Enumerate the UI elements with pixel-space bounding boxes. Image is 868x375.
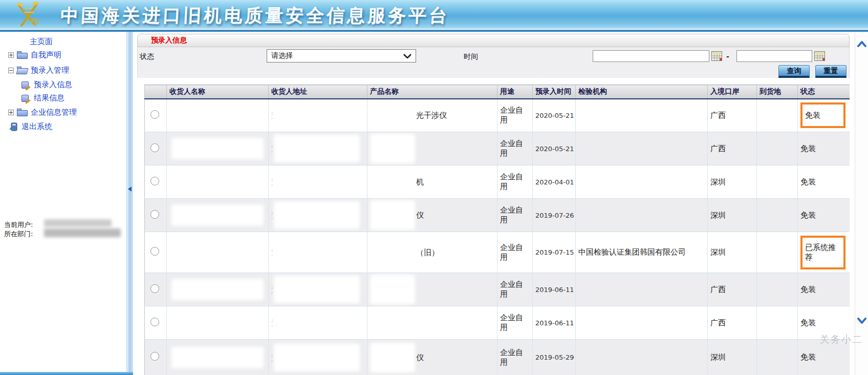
status-badge: 免装 <box>805 111 820 120</box>
row-radio[interactable] <box>150 247 159 256</box>
status-badge: 免装 <box>798 165 850 199</box>
port-cell: 广西 <box>708 273 757 306</box>
blurred-consignee-address <box>274 101 360 129</box>
port-cell: 深圳 <box>708 165 757 199</box>
folder-closed-icon <box>17 51 28 59</box>
blurred-consignee-name <box>171 138 264 159</box>
minus-expander-icon[interactable] <box>8 68 14 73</box>
sidebar-item-preentry-info[interactable]: 预录入信息 <box>21 80 72 90</box>
plus-expander-icon[interactable] <box>8 52 14 58</box>
table-header-row: 收货人名称 收货人地址 产品名称 用途 预录入时间 检验机构 入境口岸 到货地 … <box>145 85 850 99</box>
blurred-product-name <box>370 100 415 130</box>
app-header: 中国海关进口旧机电质量安全信息服务平台 <box>0 0 868 29</box>
current-user-label: 当前用户: <box>4 220 33 230</box>
row-radio[interactable] <box>150 177 159 185</box>
arrival-cell <box>757 273 798 306</box>
preentry-time-cell: 2019-07-26 <box>533 199 576 232</box>
status-badge: 已系统推荐 <box>805 243 841 262</box>
arrival-cell <box>757 99 798 132</box>
date-to-input[interactable] <box>736 50 812 62</box>
query-button[interactable]: 查询 <box>778 65 810 78</box>
col-product-name: 产品名称 <box>367 85 497 99</box>
sidebar-item-exit-system[interactable]: 退出系统 <box>8 122 52 132</box>
sidebar-item-label: 预录入管理 <box>31 66 69 75</box>
row-radio[interactable] <box>150 352 159 361</box>
blurred-consignee-address <box>274 168 360 196</box>
sidebar-item-label: 结果信息 <box>34 93 64 103</box>
doc-edit-icon <box>21 81 31 89</box>
agency-cell <box>576 132 708 165</box>
blurred-consignee-address <box>274 344 360 371</box>
blurred-consignee-name <box>171 312 264 334</box>
blurred-product-name <box>370 238 415 267</box>
col-select <box>145 85 167 99</box>
collapse-arrow-icon[interactable] <box>128 186 132 192</box>
app-title: 中国海关进口旧机电质量安全信息服务平台 <box>60 4 450 28</box>
row-radio[interactable] <box>150 110 159 119</box>
sidebar-item-home[interactable]: 主页面 <box>30 37 53 47</box>
table-row: :. 仪 企业自用 2019-05-29 深圳 免装 <box>145 340 850 375</box>
bottom-frame-bar <box>0 372 133 375</box>
blurred-department <box>44 228 121 237</box>
blurred-product-name <box>370 275 415 304</box>
arrival-cell <box>757 132 798 165</box>
blurred-consignee-name <box>171 204 264 226</box>
usage-cell: 企业自用 <box>497 199 533 232</box>
date-from-input[interactable] <box>593 50 709 62</box>
folder-open-icon <box>17 67 28 74</box>
blurred-product-name <box>370 308 415 338</box>
status-badge: 免装 <box>798 273 850 306</box>
calendar-icon[interactable] <box>711 51 722 61</box>
date-range-separator: - <box>726 52 729 60</box>
col-entry-port: 入境口岸 <box>708 85 757 99</box>
status-label: 状态 <box>140 52 154 61</box>
table-row: :. 光干涉仪 企业自用 2020-05-21 广西 免装 <box>145 99 850 132</box>
plus-expander-icon[interactable] <box>8 110 14 115</box>
preentry-time-cell: 2020-05-21 <box>533 99 576 132</box>
usage-cell: 企业自用 <box>497 232 533 273</box>
sidebar-item-result-info[interactable]: 结果信息 <box>21 93 64 103</box>
panel-title-bar: 预录入信息 <box>137 34 850 47</box>
usage-cell: 企业自用 <box>497 340 533 375</box>
blurred-consignee-name <box>171 171 264 193</box>
row-radio[interactable] <box>150 318 159 326</box>
blurred-consignee-name <box>171 105 264 126</box>
panel-splitter[interactable] <box>126 32 133 372</box>
customs-logo-icon <box>11 1 48 29</box>
sidebar-item-preentry-management[interactable]: 预录入管理 <box>8 66 69 75</box>
scroll-up-icon[interactable] <box>857 41 866 47</box>
port-cell: 广西 <box>708 99 757 132</box>
row-radio[interactable] <box>150 210 159 219</box>
blurred-consignee-name <box>171 242 264 263</box>
sidebar-item-label: 预录入信息 <box>34 80 72 90</box>
preentry-time-cell: 2020-04-01 <box>533 165 576 199</box>
row-radio[interactable] <box>150 284 159 293</box>
agency-cell <box>576 165 708 199</box>
reset-button[interactable]: 重置 <box>815 65 847 78</box>
agency-cell: 中国检验认证集团韩国有限公司 <box>576 232 708 273</box>
blurred-product-name <box>370 134 415 163</box>
blurred-consignee-address <box>274 276 360 303</box>
arrival-cell <box>757 306 798 340</box>
sidebar-item-label: 自我声明 <box>31 50 61 60</box>
product-name-fragment: 光干涉仪 <box>416 111 447 120</box>
sidebar-item-self-declaration[interactable]: 自我声明 <box>8 50 61 60</box>
port-cell: 深圳 <box>708 199 757 232</box>
status-highlight-box: 免装 <box>800 102 845 128</box>
vertical-scrollbar[interactable] <box>855 32 868 375</box>
blurred-product-name <box>370 343 415 372</box>
blurred-username <box>44 219 112 227</box>
sidebar-item-enterprise-info[interactable]: 企业信息管理 <box>8 108 77 117</box>
status-select-value: 请选择 <box>271 51 293 60</box>
watermark-text: 关务小二 <box>820 333 863 346</box>
arrival-cell <box>757 199 798 232</box>
preentry-time-cell: 2019-06-11 <box>533 306 576 340</box>
row-radio[interactable] <box>150 143 159 152</box>
calendar-icon[interactable] <box>814 51 825 61</box>
blurred-consignee-address <box>274 239 360 266</box>
scroll-down-icon[interactable] <box>857 318 866 324</box>
blurred-consignee-name <box>171 279 264 300</box>
col-preentry-time: 预录入时间 <box>533 85 576 99</box>
blurred-consignee-address <box>274 309 360 337</box>
status-select[interactable]: 请选择 <box>267 49 416 62</box>
